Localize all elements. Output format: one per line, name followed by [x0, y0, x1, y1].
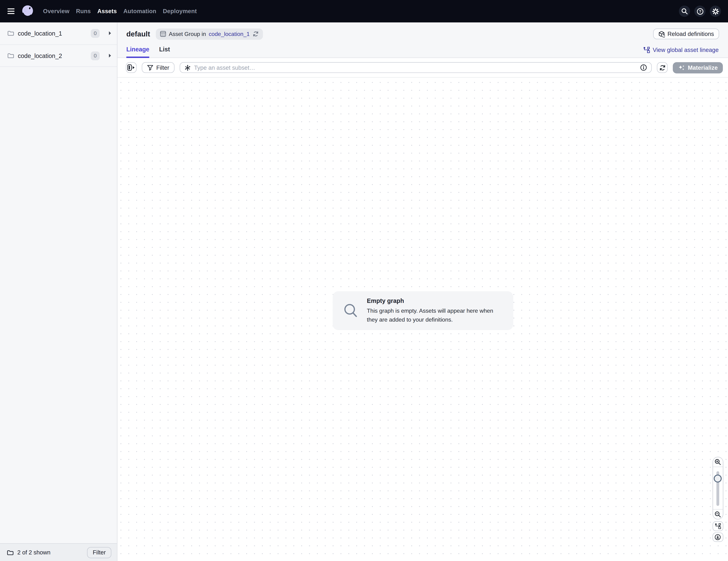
nav-actions: ?: [679, 6, 721, 17]
page-title: default: [126, 30, 150, 38]
zoom-slider-thumb[interactable]: [714, 474, 722, 482]
refresh-graph-button[interactable]: [657, 62, 668, 73]
sidebar-item-code-location-2[interactable]: code_location_2 0: [0, 45, 117, 67]
view-global-asset-lineage-link[interactable]: View global asset lineage: [643, 47, 719, 53]
dagster-logo[interactable]: [21, 4, 35, 18]
search-icon: [681, 8, 688, 15]
asset-count-badge: 0: [91, 29, 100, 38]
empty-graph-description: This graph is empty. Assets will appear …: [367, 307, 506, 324]
dagster-logo-icon: [21, 4, 35, 18]
dagster-app: Overview Runs Assets Automation Deployme…: [0, 0, 728, 561]
subset-info-icon[interactable]: [640, 64, 647, 71]
materialize-label: Materialize: [688, 64, 718, 71]
chevron-right-icon[interactable]: [109, 31, 111, 36]
nav-item-runs[interactable]: Runs: [76, 8, 91, 15]
sparkle-icon: [678, 64, 685, 71]
tab-lineage[interactable]: Lineage: [126, 46, 149, 58]
code-location-link[interactable]: code_location_1: [209, 31, 250, 37]
zoom-out-icon: [714, 511, 721, 518]
panel-open-icon: [127, 64, 135, 71]
magnifier-icon: [343, 303, 359, 318]
nav-item-automation[interactable]: Automation: [123, 8, 156, 15]
empty-graph-title: Empty graph: [367, 297, 506, 304]
lineage-graph-icon: [643, 47, 650, 53]
sidebar-footer: 2 of 2 shown Filter: [0, 543, 117, 561]
tab-list[interactable]: List: [159, 46, 170, 58]
main-content: default Asset Group in code_location_1: [117, 22, 728, 561]
settings-button[interactable]: [710, 6, 721, 17]
group-name: code_location_2: [18, 52, 62, 59]
zoom-out-button[interactable]: [713, 510, 723, 519]
reload-definitions-label: Reload definitions: [667, 31, 714, 37]
page-header: default Asset Group in code_location_1: [117, 22, 728, 58]
refresh-icon: [659, 64, 666, 71]
nav-item-assets[interactable]: Assets: [97, 8, 117, 15]
graph-layout-icon: [715, 523, 721, 529]
reload-definitions-button[interactable]: Reload definitions: [653, 28, 719, 39]
asset-selector-icon: [184, 64, 191, 71]
badge-prefix-label: Asset Group in: [169, 31, 206, 37]
nav-links: Overview Runs Assets Automation Deployme…: [43, 8, 197, 15]
materialize-button[interactable]: Materialize: [673, 62, 723, 73]
zoom-slider[interactable]: [713, 466, 723, 510]
toggle-sidebar-panel-button[interactable]: [126, 62, 137, 73]
asset-count-badge: 0: [91, 51, 100, 60]
asset-group-badge: Asset Group in code_location_1: [156, 28, 263, 40]
menu-icon[interactable]: [7, 8, 14, 14]
lineage-graph-canvas[interactable]: Empty graph This graph is empty. Assets …: [117, 78, 728, 561]
zoom-in-icon: [714, 459, 721, 465]
download-graph-button[interactable]: [712, 532, 723, 542]
zoom-slider-panel: [712, 457, 723, 519]
asset-groups-sidebar: code_location_1 0 code_location_2 0 2 of…: [0, 22, 117, 561]
graph-filter-label: Filter: [156, 64, 169, 71]
lineage-toolbar: Filter: [117, 58, 728, 78]
asset-subset-input[interactable]: [194, 64, 637, 71]
download-icon: [714, 534, 721, 540]
title-row: default Asset Group in code_location_1: [117, 22, 728, 41]
help-button[interactable]: ?: [694, 6, 706, 17]
nav-item-overview[interactable]: Overview: [43, 8, 69, 15]
reload-cube-icon: [658, 31, 665, 37]
view-global-asset-lineage-label: View global asset lineage: [653, 47, 719, 53]
gear-icon: [712, 8, 719, 15]
nav-item-deployment[interactable]: Deployment: [163, 8, 197, 15]
search-button[interactable]: [679, 6, 690, 17]
svg-text:?: ?: [699, 9, 701, 14]
asset-group-icon: [160, 31, 166, 37]
sync-icon[interactable]: [252, 31, 258, 37]
fit-graph-button[interactable]: [712, 521, 723, 531]
sidebar-item-code-location-1[interactable]: code_location_1 0: [0, 22, 117, 45]
folder-icon: [7, 31, 14, 36]
graph-filter-button[interactable]: Filter: [142, 62, 174, 73]
empty-graph-text: Empty graph This graph is empty. Assets …: [367, 297, 506, 324]
empty-graph-card: Empty graph This graph is empty. Assets …: [332, 291, 513, 330]
shown-count-label: 2 of 2 shown: [17, 549, 50, 556]
filter-funnel-icon: [147, 64, 153, 71]
group-name: code_location_1: [18, 30, 62, 37]
tab-bar: Lineage List: [126, 46, 170, 58]
zoom-in-button[interactable]: [713, 457, 723, 467]
folder-icon: [7, 53, 14, 59]
question-circle-icon: ?: [696, 8, 703, 15]
folder-icon: [7, 550, 14, 555]
top-nav: Overview Runs Assets Automation Deployme…: [0, 0, 728, 22]
asset-subset-field[interactable]: [180, 62, 652, 73]
sidebar-filter-button[interactable]: Filter: [87, 547, 111, 558]
graph-zoom-controls: [712, 457, 723, 542]
chevron-right-icon[interactable]: [109, 53, 111, 58]
